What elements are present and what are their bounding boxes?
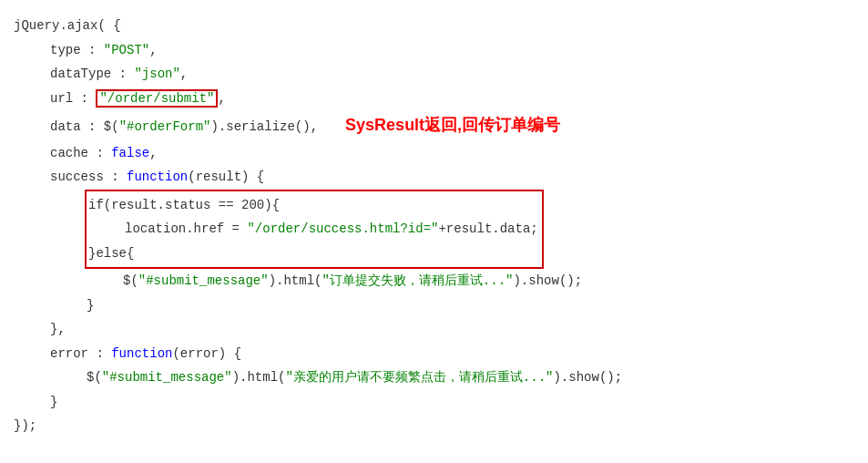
code-text: }, — [14, 318, 66, 341]
code-line-14: error : function(error) { — [14, 342, 845, 366]
annotation-text: SysResult返回,回传订单编号 — [345, 111, 560, 140]
code-line-11: $("#submit_message").html("订单提交失败，请稍后重试.… — [14, 269, 845, 293]
code-text: jQuery.ajax( { — [14, 15, 121, 37]
code-text: type : "POST", — [14, 39, 158, 62]
if-block-highlight: if(result.status == 200){ location.href … — [85, 190, 544, 270]
code-text: data : $("#orderForm").serialize(), — [14, 116, 318, 139]
code-text: }else{ — [87, 242, 134, 265]
code-text: } — [14, 391, 57, 414]
code-text: } — [14, 294, 94, 317]
code-line-3: dataType : "json", — [14, 62, 845, 87]
code-line-10: }else{ — [87, 242, 538, 266]
code-line-12: } — [14, 293, 845, 318]
code-viewer: jQuery.ajax( { type : "POST", dataType :… — [0, 0, 868, 452]
code-line-1: jQuery.ajax( { — [14, 14, 845, 38]
code-line-2: type : "POST", — [14, 38, 845, 63]
code-text: dataType : "json", — [14, 63, 188, 86]
code-text: if(result.status == 200){ — [87, 194, 280, 217]
code-text: success : function(result) { — [14, 166, 264, 189]
code-text: }); — [14, 415, 36, 437]
code-line-4: url : "/order/submit", — [14, 87, 845, 111]
url-highlight: "/order/submit" — [96, 89, 218, 108]
code-line-9: location.href = "/order/success.html?id=… — [87, 217, 538, 242]
code-line-6: cache : false, — [14, 141, 845, 166]
code-line-17: }); — [14, 414, 845, 438]
code-line-8: if(result.status == 200){ — [87, 193, 538, 218]
code-line-7: success : function(result) { — [14, 165, 845, 190]
code-line-13: }, — [14, 317, 845, 342]
code-text: $("#submit_message").html("亲爱的用户请不要频繁点击，… — [14, 366, 622, 389]
code-text: location.href = "/order/success.html?id=… — [87, 218, 538, 241]
code-text: error : function(error) { — [14, 343, 241, 365]
code-text: $("#submit_message").html("订单提交失败，请稍后重试.… — [14, 270, 582, 293]
code-text: url : "/order/submit", — [14, 87, 226, 110]
code-text: cache : false, — [14, 142, 158, 165]
code-line-16: } — [14, 390, 845, 415]
code-line-5: data : $("#orderForm").serialize(), SysR… — [14, 110, 845, 141]
code-line-15: $("#submit_message").html("亲爱的用户请不要频繁点击，… — [14, 365, 845, 390]
